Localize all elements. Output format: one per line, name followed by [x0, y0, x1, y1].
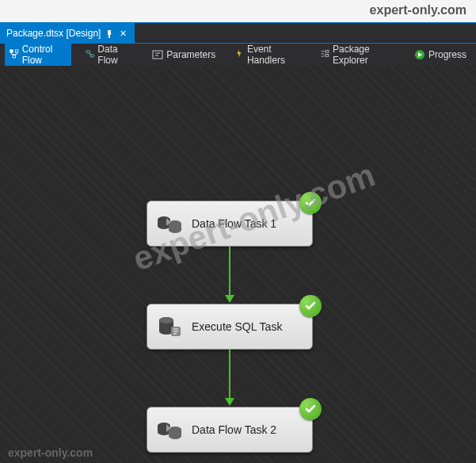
svg-rect-8 [326, 51, 329, 53]
event-handlers-icon [234, 49, 244, 60]
document-tab-title: Package.dtsx [Design] [6, 28, 101, 39]
svg-rect-2 [10, 50, 13, 52]
task-label: Execute SQL Task [192, 320, 282, 333]
tab-label: Package Explorer [333, 44, 395, 66]
task-data-flow-1[interactable]: Data Flow Task 1 [147, 201, 313, 247]
task-label: Data Flow Task 2 [192, 423, 276, 436]
tab-package-explorer[interactable]: Package Explorer [315, 41, 400, 68]
document-tab[interactable]: Package.dtsx [Design] × [0, 23, 135, 43]
parameters-icon [152, 49, 163, 60]
connector-success[interactable] [229, 247, 230, 302]
tab-control-flow[interactable]: Control Flow [5, 41, 71, 68]
tab-event-handlers[interactable]: Event Handlers [230, 41, 306, 68]
task-data-flow-2[interactable]: Data Flow Task 2 [147, 407, 313, 453]
status-success-icon [299, 398, 322, 420]
tab-parameters[interactable]: Parameters [147, 47, 220, 63]
svg-rect-3 [15, 50, 17, 52]
designer-toolbar: Control Flow Data Flow Parameters Event … [0, 44, 476, 66]
tab-label: Parameters [166, 49, 215, 60]
status-success-icon [299, 295, 322, 317]
watermark-bottom: expert-only.com [8, 446, 93, 459]
status-success-icon [299, 192, 322, 214]
svg-rect-4 [13, 55, 15, 57]
tab-label: Control Flow [22, 44, 67, 66]
pin-icon[interactable] [105, 29, 113, 37]
progress-icon [414, 49, 425, 60]
svg-rect-0 [108, 30, 111, 35]
close-icon[interactable]: × [118, 28, 128, 39]
tab-data-flow[interactable]: Data Flow [81, 41, 139, 68]
design-canvas[interactable]: Data Flow Task 1 Execute SQL Task Data F… [0, 66, 476, 463]
tab-label: Event Handlers [247, 44, 301, 66]
svg-point-5 [86, 51, 90, 53]
task-execute-sql[interactable]: Execute SQL Task [147, 304, 313, 350]
app-window: Package.dtsx [Design] × Control Flow Dat… [0, 22, 476, 463]
svg-rect-1 [109, 35, 110, 38]
data-flow-icon [86, 49, 95, 60]
watermark-top: expert-only.com [370, 3, 466, 17]
package-explorer-icon [320, 49, 329, 60]
connector-success[interactable] [229, 350, 230, 405]
svg-rect-9 [326, 55, 329, 57]
dataflow-task-icon [155, 415, 184, 444]
tab-label: Data Flow [97, 44, 133, 66]
tab-progress[interactable]: Progress [409, 47, 471, 63]
sql-task-icon [155, 312, 184, 341]
svg-point-14 [159, 317, 173, 323]
tab-label: Progress [428, 49, 466, 60]
svg-rect-7 [153, 51, 162, 59]
control-flow-icon [10, 49, 19, 60]
task-label: Data Flow Task 1 [192, 217, 276, 230]
dataflow-task-icon [155, 209, 184, 238]
